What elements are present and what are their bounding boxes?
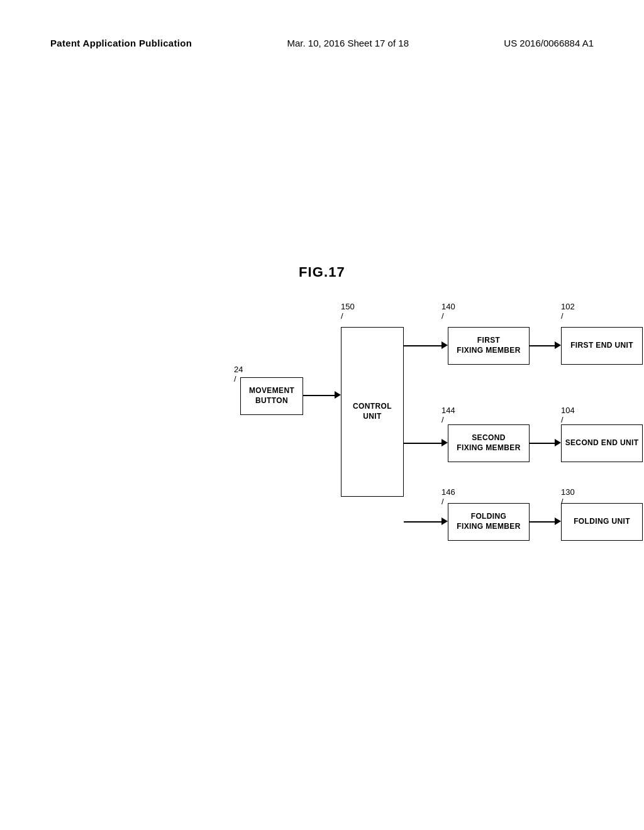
publication-label: Patent Application Publication [50,38,192,48]
arrow-line-cu-ffm [404,345,445,346]
second-fixing-member-label: SECONDFIXING MEMBER [457,433,520,453]
patent-number-label: US 2016/0066884 A1 [504,38,594,48]
figure-title: FIG.17 [299,264,345,280]
arrow-head-cu-ffm [441,341,448,349]
first-end-unit-box: FIRST END UNIT [561,327,643,365]
movement-button-box: MOVEMENTBUTTON [240,377,303,415]
arrow-head-fold-fu [555,517,561,525]
folding-fixing-member-box: FOLDINGFIXING MEMBER [448,503,530,541]
ref-104: 104 / [561,406,575,424]
second-end-unit-label: SECOND END UNIT [565,438,639,448]
diagram-container: 150 / 140 / 102 / 24 / 144 / 104 / 146 /… [234,302,624,541]
ref-144: 144 / [441,406,455,424]
movement-button-label: MOVEMENTBUTTON [249,386,294,406]
arrow-line-ffm-feu [530,345,558,346]
ref-150: 150 / [341,302,355,321]
arrow-line-fold-fu [530,521,558,523]
arrow-head-sfm-seu [555,439,561,446]
first-fixing-member-label: FIRSTFIXING MEMBER [457,336,520,355]
second-end-unit-box: SECOND END UNIT [561,424,643,462]
arrow-line-mb-cu [303,395,338,396]
date-sheet-label: Mar. 10, 2016 Sheet 17 of 18 [287,38,409,48]
first-fixing-member-box: FIRSTFIXING MEMBER [448,327,530,365]
arrow-line-cu-fold [404,521,445,523]
folding-unit-label: FOLDING UNIT [574,517,630,527]
folding-unit-box: FOLDING UNIT [561,503,643,541]
ref-140: 140 / [441,302,455,321]
arrow-head-cu-sfm [441,439,448,446]
arrow-line-cu-sfm [404,443,445,444]
page-header: Patent Application Publication Mar. 10, … [50,38,594,48]
arrow-head-cu-fold [441,517,448,525]
ref-102: 102 / [561,302,575,321]
arrow-head-ffm-feu [555,341,561,349]
folding-fixing-member-label: FOLDINGFIXING MEMBER [457,512,520,531]
control-unit-label: CONTROLUNIT [353,402,392,421]
control-unit-box: CONTROLUNIT [341,327,404,497]
second-fixing-member-box: SECONDFIXING MEMBER [448,424,530,462]
arrow-line-sfm-seu [530,443,558,444]
first-end-unit-label: FIRST END UNIT [570,341,633,351]
arrow-head-mb-cu [335,391,341,399]
